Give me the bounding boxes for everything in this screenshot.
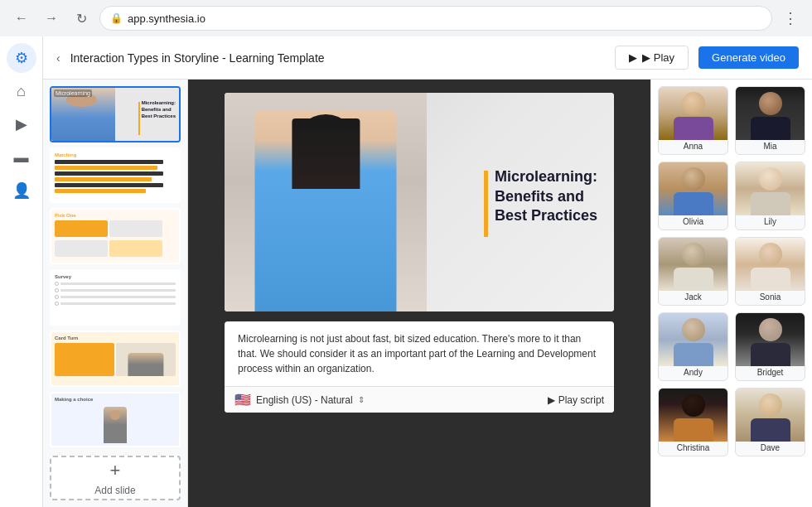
avatar-name-anna: Anna [659,140,727,154]
back-chevron: ‹ [56,51,60,65]
avatar-image-bridget [736,313,805,366]
address-bar[interactable]: 🔒 app.synthesia.io [99,6,772,31]
script-footer: 🇺🇸 English (US) - Natural ⇕ ▶ Play scrip… [225,386,614,413]
avatar-card-mia[interactable]: Mia [735,86,805,155]
sidebar-icons: ⚙ ⌂ ▶ ▬ 👤 [0,36,43,507]
chevron-updown-icon: ⇕ [358,395,365,404]
add-icon: + [110,460,121,481]
browser-refresh-btn[interactable]: ↻ [70,7,93,30]
slide-thumbnail-6[interactable]: Making a choice [50,392,181,448]
app-container: ⚙ ⌂ ▶ ▬ 👤 ‹ Interaction Types in Storyli… [0,36,812,507]
editor-area: Microlearning: Benefits and Best Practic… [188,80,650,507]
script-box: Microlearning is not just about fast, bi… [225,321,614,413]
language-selector[interactable]: 🇺🇸 English (US) - Natural ⇕ [234,392,365,408]
browser-back-btn[interactable]: ← [10,7,33,30]
slide-thumbnail-3[interactable]: Pick One [50,208,181,264]
add-slide-label: Add slide [94,485,135,496]
avatar-grid: Anna Mia [658,86,805,456]
avatar-name-lily: Lily [736,215,805,229]
avatar-name-christina: Christina [659,442,727,456]
avatar-name-jack: Jack [659,291,727,305]
avatar-name-andy: Andy [659,366,727,380]
play-label: ▶ Play [642,51,674,64]
video-preview-inner: Microlearning: Benefits and Best Practic… [225,93,614,311]
project-title: Interaction Types in Storyline - Learnin… [70,51,606,65]
play-script-button[interactable]: ▶ Play script [548,394,604,406]
avatar-image-mia [736,87,805,140]
avatar-image-sonia [736,238,805,291]
browser-menu-btn[interactable]: ⋮ [779,7,802,30]
generate-video-button[interactable]: Generate video [698,46,799,69]
lock-icon: 🔒 [110,12,123,24]
slide-title-overlay: Microlearning: Benefits and Best Practic… [484,167,597,237]
avatar-name-mia: Mia [736,140,805,154]
avatar-card-bridget[interactable]: Bridget [735,312,805,381]
avatar-card-lily[interactable]: Lily [735,162,805,230]
video-preview: Microlearning: Benefits and Best Practic… [225,93,614,311]
slide-thumbnail-1[interactable]: Microlearning:Benefits andBest Practices… [50,86,181,142]
avatar-name-dave: Dave [736,442,805,456]
avatar-card-olivia[interactable]: Olivia [658,162,728,230]
slide-thumbnail-2[interactable]: Matching [50,147,181,204]
url-text: app.synthesia.io [128,12,205,25]
slide-thumbnail-5[interactable]: Card Turn [50,331,181,387]
avatar-name-sonia: Sonia [736,291,805,305]
slide-title-text: Microlearning: Benefits and Best Practic… [495,167,597,225]
sidebar-icon-person[interactable]: 👤 [7,176,36,205]
avatar-image-andy [659,313,727,366]
slide-thumbnail-4[interactable]: Survey [50,269,181,326]
avatar-image-christina [659,389,727,442]
avatar-image-lily [736,162,805,215]
browser-forward-btn[interactable]: → [40,7,63,30]
sidebar-icon-play[interactable]: ▶ [7,109,36,139]
avatar-card-andy[interactable]: Andy [658,312,728,381]
avatar-image-anna [659,87,727,140]
slide-panel: Microlearning:Benefits andBest Practices… [43,80,188,507]
top-bar: ‹ Interaction Types in Storyline - Learn… [43,36,812,80]
avatar-image-dave [736,389,805,442]
sidebar-icon-slides[interactable]: ▬ [7,142,36,172]
sidebar-icon-home[interactable]: ⌂ [7,76,36,106]
avatar-image-olivia [659,162,727,215]
play-script-label: Play script [558,394,604,406]
avatar-card-jack[interactable]: Jack [658,237,728,306]
back-button[interactable]: ‹ [56,51,60,65]
content-row: Microlearning:Benefits andBest Practices… [43,80,812,507]
avatar-panel: Anna Mia [650,80,812,507]
avatar-card-sonia[interactable]: Sonia [735,237,805,306]
flag-icon: 🇺🇸 [234,392,251,408]
play-script-icon: ▶ [548,394,555,406]
browser-chrome: ← → ↻ 🔒 app.synthesia.io ⋮ [0,0,812,36]
play-icon: ▶ [629,51,637,64]
avatar-card-christina[interactable]: Christina [658,388,728,456]
script-text[interactable]: Microlearning is not just about fast, bi… [225,321,614,386]
avatar-area [225,93,427,311]
avatar-card-anna[interactable]: Anna [658,86,728,155]
sidebar-icon-settings[interactable]: ⚙ [7,43,36,73]
play-button[interactable]: ▶ ▶ Play [615,46,689,70]
language-label: English (US) - Natural [256,394,353,406]
avatar-name-bridget: Bridget [736,366,805,380]
orange-accent-bar [484,171,488,237]
avatar-name-olivia: Olivia [659,215,727,229]
avatar-image-jack [659,238,727,291]
add-slide-button[interactable]: + Add slide [50,456,181,500]
avatar-card-dave[interactable]: Dave [735,388,805,456]
main-content: ‹ Interaction Types in Storyline - Learn… [43,36,812,507]
